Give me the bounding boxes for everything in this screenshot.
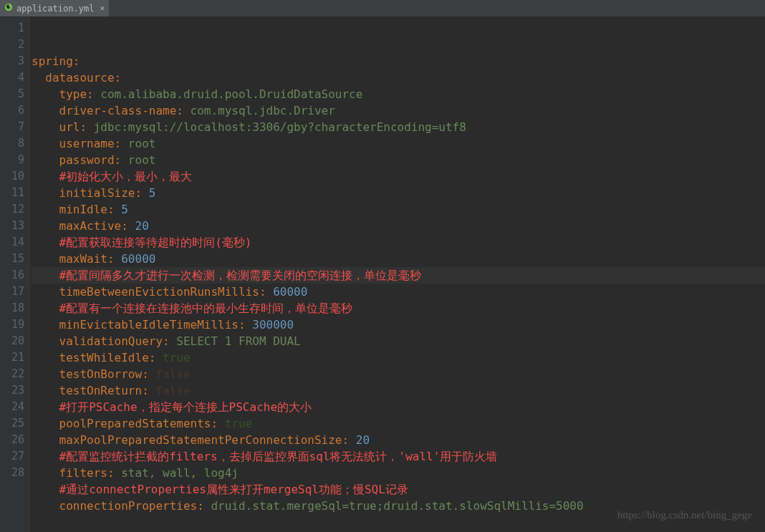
code-line[interactable]: #打开PSCache，指定每个连接上PSCache的大小 bbox=[32, 399, 765, 415]
code-token: maxWait bbox=[59, 252, 107, 266]
code-token: 300000 bbox=[252, 318, 294, 332]
line-number: 5 bbox=[0, 86, 24, 102]
line-number: 6 bbox=[0, 102, 24, 119]
code-token: minIdle bbox=[59, 203, 107, 216]
code-line[interactable]: type: com.alibaba.druid.pool.DruidDataSo… bbox=[32, 86, 765, 102]
code-line[interactable]: maxActive: 20 bbox=[32, 218, 765, 234]
editor-tab-bar: application.yml × bbox=[0, 0, 765, 17]
code-token: stat, wall, log4j bbox=[121, 466, 239, 480]
code-token: maxActive bbox=[59, 219, 122, 233]
spring-icon bbox=[4, 3, 13, 14]
code-token: : bbox=[87, 87, 100, 101]
code-token: : bbox=[115, 153, 128, 167]
code-token bbox=[32, 433, 59, 447]
line-number: 12 bbox=[0, 201, 24, 218]
code-line[interactable]: poolPreparedStatements: true bbox=[32, 415, 765, 432]
close-icon[interactable]: × bbox=[100, 4, 105, 13]
code-line[interactable]: spring: bbox=[32, 53, 765, 69]
code-token: : bbox=[142, 384, 155, 397]
code-line[interactable]: testOnBorrow: false bbox=[32, 366, 765, 382]
line-number: 26 bbox=[0, 432, 24, 448]
code-token: druid.stat.mergeSql=true;druid.stat.slow… bbox=[211, 499, 583, 513]
code-line[interactable]: #配置获取连接等待超时的时间(毫秒) bbox=[32, 234, 765, 251]
line-number: 9 bbox=[0, 152, 24, 168]
code-token: #配置获取连接等待超时的时间(毫秒) bbox=[59, 236, 252, 249]
code-line[interactable]: #通过connectProperties属性来打开mergeSql功能；慢SQL… bbox=[32, 481, 765, 498]
code-token: : bbox=[107, 203, 121, 216]
code-token: : bbox=[176, 104, 190, 117]
line-number: 16 bbox=[0, 267, 24, 284]
code-token: : bbox=[342, 433, 355, 447]
code-token: filters bbox=[59, 466, 107, 480]
code-token bbox=[32, 499, 59, 513]
code-token bbox=[32, 219, 59, 233]
code-token: false bbox=[155, 367, 190, 381]
code-token: : bbox=[259, 285, 273, 299]
code-token: com.alibaba.druid.pool.DruidDataSource bbox=[100, 87, 362, 101]
code-token bbox=[32, 466, 59, 480]
code-token: #配置间隔多久才进行一次检测，检测需要关闭的空闲连接，单位是毫秒 bbox=[59, 269, 422, 282]
line-number: 13 bbox=[0, 218, 24, 234]
code-token: #通过connectProperties属性来打开mergeSql功能；慢SQL… bbox=[59, 483, 408, 496]
code-token: jdbc:mysql://localhost:3306/gby?characte… bbox=[94, 120, 466, 134]
code-line[interactable]: validationQuery: SELECT 1 FROM DUAL bbox=[32, 333, 765, 349]
code-line[interactable]: #配置间隔多久才进行一次检测，检测需要关闭的空闲连接，单位是毫秒 bbox=[32, 267, 765, 284]
code-line[interactable]: datasource: bbox=[32, 69, 765, 86]
code-token: password bbox=[59, 153, 115, 167]
code-line[interactable]: timeBetweenEvictionRunsMillis: 60000 bbox=[32, 284, 765, 300]
line-number: 24 bbox=[0, 399, 24, 415]
code-token: 20 bbox=[356, 433, 370, 447]
code-token bbox=[32, 87, 59, 101]
code-line[interactable]: minEvictableIdleTimeMillis: 300000 bbox=[32, 316, 765, 333]
code-line[interactable]: initialSize: 5 bbox=[32, 185, 765, 201]
code-line[interactable]: minIdle: 5 bbox=[32, 201, 765, 218]
code-token: : bbox=[107, 466, 121, 480]
line-number: 7 bbox=[0, 119, 24, 135]
tab-filename: application.yml bbox=[16, 4, 94, 14]
line-number: 22 bbox=[0, 366, 24, 382]
code-token bbox=[32, 252, 59, 266]
code-token: true bbox=[225, 417, 253, 430]
code-token: : bbox=[135, 186, 149, 200]
code-line[interactable]: username: root bbox=[32, 135, 765, 152]
code-token bbox=[32, 367, 59, 381]
code-line[interactable]: #初始化大小，最小，最大 bbox=[32, 168, 765, 185]
code-line[interactable]: maxPoolPreparedStatementPerConnectionSiz… bbox=[32, 432, 765, 448]
code-token: : bbox=[142, 367, 155, 381]
line-number-gutter: 1234567891011121314151617181920212223242… bbox=[0, 17, 30, 532]
code-token bbox=[32, 417, 59, 430]
code-token: : bbox=[163, 334, 176, 348]
code-editor[interactable]: 1234567891011121314151617181920212223242… bbox=[0, 17, 765, 532]
line-number: 28 bbox=[0, 465, 24, 481]
code-token bbox=[32, 153, 59, 167]
code-line[interactable]: maxWait: 60000 bbox=[32, 251, 765, 267]
code-line[interactable]: password: root bbox=[32, 152, 765, 168]
line-number: 8 bbox=[0, 135, 24, 152]
code-line[interactable]: #配置监控统计拦截的filters，去掉后监控界面sql将无法统计，'wall'… bbox=[32, 448, 765, 465]
code-token bbox=[32, 384, 59, 397]
code-token: driver-class-name bbox=[59, 104, 177, 117]
code-area[interactable]: spring: datasource: type: com.alibaba.dr… bbox=[30, 17, 765, 532]
code-token bbox=[32, 186, 59, 200]
watermark-text: https://blog.csdn.net/bing_gege bbox=[617, 507, 752, 523]
code-token: root bbox=[128, 137, 156, 150]
code-line[interactable]: url: jdbc:mysql://localhost:3306/gby?cha… bbox=[32, 119, 765, 135]
code-token: 60000 bbox=[273, 285, 307, 299]
code-token: initialSize bbox=[59, 186, 135, 200]
code-token: : bbox=[149, 351, 163, 364]
line-number: 20 bbox=[0, 333, 24, 349]
file-tab[interactable]: application.yml × bbox=[0, 0, 109, 16]
code-line[interactable]: filters: stat, wall, log4j bbox=[32, 465, 765, 481]
code-token bbox=[32, 269, 59, 282]
code-token: 5 bbox=[149, 186, 156, 200]
code-token: 60000 bbox=[121, 252, 155, 266]
code-line[interactable]: testOnReturn: false bbox=[32, 382, 765, 399]
line-number: 3 bbox=[0, 53, 24, 69]
code-token: 20 bbox=[135, 219, 149, 233]
code-line[interactable]: #配置有一个连接在连接池中的最小生存时间，单位是毫秒 bbox=[32, 300, 765, 316]
code-token bbox=[32, 400, 59, 414]
code-line[interactable]: driver-class-name: com.mysql.jdbc.Driver bbox=[32, 102, 765, 119]
code-token: com.mysql.jdbc.Driver bbox=[191, 104, 335, 117]
code-line[interactable]: testWhileIdle: true bbox=[32, 349, 765, 366]
line-number: 2 bbox=[0, 37, 24, 53]
